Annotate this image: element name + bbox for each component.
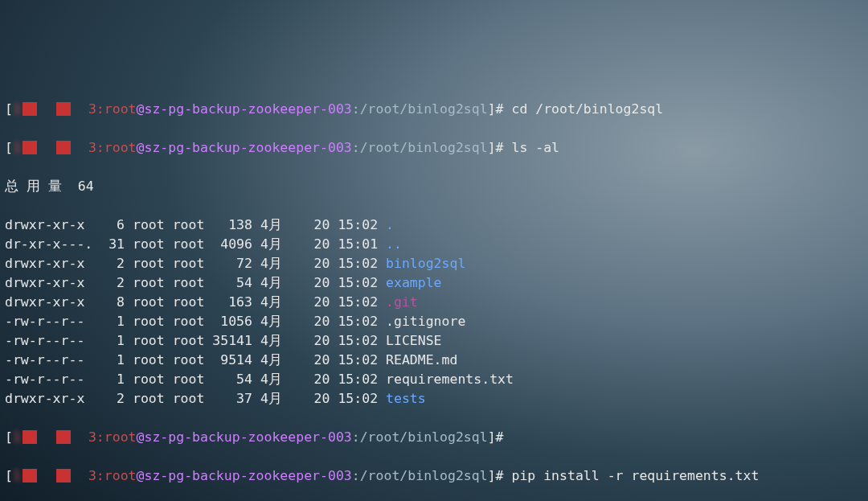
file-name: . (386, 217, 394, 232)
file-name: .. (386, 236, 402, 252)
redacted-block (56, 430, 71, 444)
prompt-number: 3 (88, 140, 96, 155)
redacted-block (56, 102, 71, 116)
cmd-pip: pip install -r requirements.txt (511, 468, 759, 483)
file-name: .gitignore (386, 314, 465, 329)
prompt-user: root (104, 101, 137, 117)
cmd-ls: ls -al (511, 140, 559, 155)
prompt-host: sz-pg-backup-zookeeper-003 (144, 429, 351, 445)
cmd-cd: cd /root/binlog2sql (511, 101, 663, 117)
file-name: tests (386, 391, 426, 406)
ls-row: drwxr-xr-x 2 root root 37 4月 20 15:02 te… (5, 389, 863, 409)
file-name: LICENSE (386, 333, 442, 348)
line-prompt-1: [1 3:root@sz-pg-backup-zookeeper-003:/ro… (5, 100, 863, 119)
redacted-block (56, 469, 71, 483)
prompt-number: 3 (88, 468, 96, 483)
terminal[interactable]: [1 3:root@sz-pg-backup-zookeeper-003:/ro… (0, 77, 868, 501)
ls-row: -rw-r--r-- 1 root root 54 4月 20 15:02 re… (5, 370, 863, 389)
ls-row: drwxr-xr-x 8 root root 163 4月 20 15:02 .… (5, 293, 863, 312)
file-name: example (386, 275, 442, 290)
line-prompt-3: [1 3:root@sz-pg-backup-zookeeper-003:/ro… (5, 428, 863, 447)
prompt-number: 3 (88, 101, 96, 117)
file-name: .git (386, 294, 418, 310)
redacted-block (23, 102, 37, 116)
prompt-number: 3 (88, 429, 96, 445)
ls-row: -rw-r--r-- 1 root root 35141 4月 20 15:02… (5, 331, 863, 351)
prompt-host: sz-pg-backup-zookeeper-003 (144, 140, 351, 155)
prompt-cwd: /root/binlog2sql (360, 140, 488, 155)
line-prompt-2: [1 3:root@sz-pg-backup-zookeeper-003:/ro… (5, 138, 863, 158)
prompt-cwd: /root/binlog2sql (360, 468, 488, 483)
redacted-block (56, 141, 71, 154)
ls-row: -rw-r--r-- 1 root root 1056 4月 20 15:02 … (5, 312, 863, 331)
ls-row: drwxr-xr-x 6 root root 138 4月 20 15:02 . (5, 216, 863, 235)
ls-row: dr-xr-x---. 31 root root 4096 4月 20 15:0… (5, 235, 863, 254)
prompt-user: root (104, 140, 137, 155)
redacted-block (23, 141, 37, 154)
ls-listing: drwxr-xr-x 6 root root 138 4月 20 15:02 .… (5, 216, 863, 409)
ls-row: drwxr-xr-x 2 root root 54 4月 20 15:02 ex… (5, 273, 863, 293)
prompt-cwd: /root/binlog2sql (360, 101, 488, 117)
redacted-block (23, 430, 37, 444)
file-name: README.md (386, 352, 457, 368)
file-name: requirements.txt (386, 372, 514, 387)
redacted-block (23, 469, 37, 483)
prompt-host: sz-pg-backup-zookeeper-003 (144, 101, 351, 117)
prompt-user: root (104, 429, 137, 445)
ls-row: drwxr-xr-x 2 root root 72 4月 20 15:02 bi… (5, 254, 863, 273)
ls-total: 总 用 量 64 (5, 177, 863, 196)
ls-row: -rw-r--r-- 1 root root 9514 4月 20 15:02 … (5, 351, 863, 370)
prompt-cwd: /root/binlog2sql (360, 429, 488, 445)
line-prompt-4: [1 3:root@sz-pg-backup-zookeeper-003:/ro… (5, 466, 863, 486)
prompt-host: sz-pg-backup-zookeeper-003 (144, 468, 351, 483)
file-name: binlog2sql (386, 256, 465, 271)
prompt-user: root (104, 468, 137, 483)
